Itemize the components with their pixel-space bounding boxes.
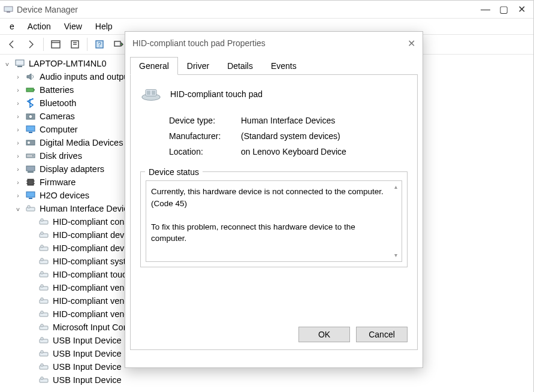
device-status-text[interactable]: Currently, this hardware device is not c… [146, 180, 402, 262]
back-button[interactable] [4, 37, 20, 52]
speaker-icon [25, 72, 36, 82]
tab-general-body: HID-compliant touch pad Device type:Huma… [130, 74, 418, 350]
tree-hid-child[interactable]: ·USB Input Device [1, 373, 532, 387]
tab-details[interactable]: Details [218, 57, 262, 75]
minimize-button[interactable]: — [482, 6, 489, 13]
help-button[interactable]: ? [91, 37, 108, 52]
dialog-title: HID-compliant touch pad Properties [132, 38, 266, 48]
tree-item-label: Microsoft Input Con [53, 322, 128, 332]
hid-device-icon [38, 217, 49, 227]
svg-point-17 [29, 115, 32, 119]
label-location: Location: [169, 147, 241, 156]
toolbar-separator [87, 38, 88, 51]
svg-rect-0 [4, 7, 13, 11]
tree-item-label: HID-compliant touch [53, 270, 131, 279]
expand-icon[interactable]: › [14, 179, 22, 186]
expand-icon[interactable]: › [14, 166, 22, 173]
svg-rect-25 [28, 171, 34, 173]
svg-text:?: ? [98, 41, 101, 48]
ok-button[interactable]: OK [298, 327, 350, 342]
menu-action[interactable]: Action [22, 20, 57, 32]
svg-rect-31 [26, 192, 35, 197]
show-hide-tree-button[interactable] [47, 37, 64, 52]
tree-item-label: HID-compliant syste [53, 257, 131, 266]
svg-rect-14 [26, 88, 34, 92]
value-device-type: Human Interface Devices [241, 116, 335, 125]
tab-general[interactable]: General [130, 57, 178, 75]
hid-icon [25, 204, 36, 213]
hid-device-icon [38, 243, 49, 253]
menu-help[interactable]: Help [89, 20, 119, 32]
app-icon [4, 5, 13, 14]
dialog-close-button[interactable]: ✕ [408, 38, 415, 49]
expand-icon[interactable]: › [14, 192, 22, 199]
expand-icon[interactable]: › [14, 140, 22, 146]
monitor-icon [25, 125, 36, 134]
hid-device-icon [38, 322, 49, 332]
tree-root-label: LAPTOP-LMTI4NL0 [29, 59, 106, 68]
expand-icon[interactable]: › [14, 100, 22, 107]
tree-item-label: HID-compliant consu [53, 217, 134, 227]
hid-device-icon [38, 296, 49, 306]
label-device-type: Device type: [169, 116, 241, 125]
tree-item-label: HID-compliant devic [53, 243, 131, 253]
expand-icon[interactable]: › [14, 113, 22, 120]
hid-device-icon [38, 283, 49, 293]
hid-device-icon [38, 309, 49, 319]
hid-device-icon [38, 362, 49, 372]
svg-rect-50 [41, 311, 43, 313]
collapse-icon[interactable]: ⅴ [4, 61, 11, 67]
label-manufacturer: Manufacturer: [169, 131, 241, 141]
close-button[interactable]: ✕ [518, 6, 525, 13]
tab-events[interactable]: Events [262, 57, 306, 75]
forward-button[interactable] [23, 37, 40, 52]
svg-rect-15 [34, 89, 35, 91]
svg-point-21 [28, 141, 30, 144]
hid-device-icon [38, 375, 49, 385]
tab-driver[interactable]: Driver [178, 57, 218, 75]
value-manufacturer: (Standard system devices) [241, 131, 340, 141]
bluetooth-icon [25, 98, 36, 108]
svg-rect-26 [28, 179, 34, 185]
svg-rect-54 [41, 337, 43, 340]
media-icon [25, 138, 36, 147]
svg-rect-64 [152, 91, 155, 95]
hid-device-icon [38, 270, 49, 279]
svg-rect-12 [16, 60, 24, 65]
toolbar-separator [43, 38, 44, 51]
svg-rect-48 [41, 298, 43, 300]
svg-rect-52 [41, 324, 43, 327]
tree-item-label: HID-compliant vend [53, 309, 129, 319]
expand-icon[interactable]: › [14, 126, 22, 133]
svg-rect-36 [41, 219, 43, 221]
cancel-button[interactable]: Cancel [356, 327, 408, 342]
expand-icon[interactable]: › [14, 74, 22, 80]
svg-rect-60 [41, 377, 43, 379]
value-location: on Lenovo Keyboard Device [241, 147, 346, 156]
svg-rect-19 [29, 132, 32, 133]
expand-icon[interactable]: › [14, 87, 22, 94]
svg-rect-42 [41, 258, 43, 261]
svg-rect-18 [26, 126, 35, 131]
properties-dialog: HID-compliant touch pad Properties ✕ Gen… [125, 31, 423, 368]
collapse-icon[interactable]: ⅴ [14, 206, 22, 212]
tree-item-label: HID-compliant vend [53, 296, 129, 306]
svg-rect-1 [7, 11, 10, 13]
svg-rect-56 [41, 351, 43, 353]
maximize-button[interactable]: ▢ [500, 6, 507, 13]
scroll-down-button[interactable]: ▾ [391, 251, 400, 260]
menu-view[interactable]: View [58, 20, 88, 32]
menu-file[interactable]: e [4, 20, 20, 32]
tree-item-label: USB Input Device [53, 362, 121, 372]
svg-rect-9 [114, 41, 120, 46]
svg-rect-38 [41, 232, 43, 234]
scroll-up-button[interactable]: ▴ [391, 183, 400, 191]
device-name: HID-compliant touch pad [170, 89, 263, 99]
svg-rect-13 [17, 66, 22, 67]
tree-item-label: HID-compliant devic [53, 230, 131, 240]
tab-strip: General Driver Details Events [130, 57, 418, 75]
tree-item-label: USB Input Device [53, 375, 121, 385]
hid-device-icon [38, 230, 49, 240]
properties-button[interactable] [67, 37, 83, 52]
expand-icon[interactable]: › [14, 153, 22, 159]
